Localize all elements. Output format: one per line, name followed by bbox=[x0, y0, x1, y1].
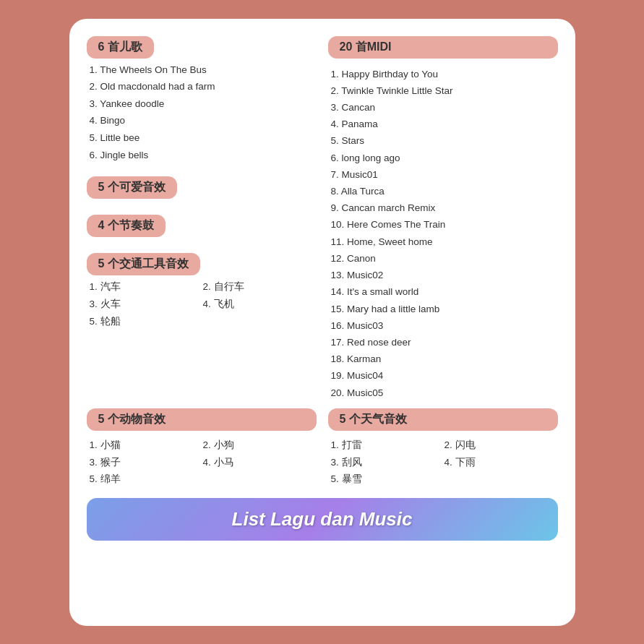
section-animal-sounds: 5 个动物音效 1. 小猫 2. 小狗 3. 猴子 4. 小马 5. 绵羊 bbox=[87, 408, 317, 488]
list-item: 3. Yankee doodle bbox=[90, 95, 317, 113]
list-item: 3. 刮风 bbox=[331, 454, 445, 471]
list-item: 20. Music05 bbox=[331, 385, 558, 401]
list-item: 6. long long ago bbox=[331, 150, 558, 166]
list-item: 5. 绵羊 bbox=[90, 471, 203, 488]
list-item: 2. 闪电 bbox=[445, 437, 558, 454]
list-item: 3. 火车 bbox=[90, 296, 203, 313]
main-card: 6 首儿歌 1. The Wheels On The Bus 2. Old ma… bbox=[69, 19, 575, 626]
section-weather-sounds: 5 个天气音效 1. 打雷 2. 闪电 3. 刮风 4. 下雨 5. 暴雪 bbox=[328, 408, 558, 488]
list-item: 16. Music03 bbox=[331, 317, 558, 334]
list-item: 4. 小马 bbox=[203, 454, 317, 471]
bottom-sections: 5 个动物音效 1. 小猫 2. 小狗 3. 猴子 4. 小马 5. 绵羊 5 … bbox=[87, 408, 558, 488]
badge-midi: 20 首MIDI bbox=[328, 36, 558, 59]
list-item: 19. Music04 bbox=[331, 367, 558, 384]
badge-weather: 5 个天气音效 bbox=[328, 408, 558, 431]
right-column: 20 首MIDI 1. Happy Birthday to You 2. Twi… bbox=[328, 36, 558, 401]
list-childrens-songs: 1. The Wheels On The Bus 2. Old macdonal… bbox=[87, 61, 317, 164]
list-item: 1. 打雷 bbox=[331, 437, 445, 454]
badge-drums: 4 个节奏鼓 bbox=[87, 215, 166, 237]
list-weather: 1. 打雷 2. 闪电 3. 刮风 4. 下雨 5. 暴雪 bbox=[328, 437, 558, 488]
section-transport-sounds: 5 个交通工具音效 1. 汽车 2. 自行车 3. 火车 4. 飞机 5. 轮船 bbox=[87, 253, 317, 330]
list-item: 5. 暴雪 bbox=[331, 471, 445, 488]
list-item: 2. Old macdonald had a farm bbox=[90, 78, 317, 95]
list-item: 14. It's a small world bbox=[331, 283, 558, 300]
list-item: 3. 猴子 bbox=[90, 454, 203, 471]
list-item: 6. Jingle bells bbox=[90, 147, 317, 164]
list-item: 4. 飞机 bbox=[203, 296, 317, 313]
list-item: 17. Red nose deer bbox=[331, 334, 558, 351]
list-item: 9. Cancan march Remix bbox=[331, 199, 558, 216]
section-drums: 4 个节奏鼓 bbox=[87, 215, 317, 240]
list-item: 8. Alla Turca bbox=[331, 183, 558, 199]
footer-banner: List Lagu dan Music bbox=[87, 498, 558, 541]
list-item: 2. Twinkle Twinkle Little Star bbox=[331, 82, 558, 99]
list-animal: 1. 小猫 2. 小狗 3. 猴子 4. 小马 5. 绵羊 bbox=[87, 437, 317, 488]
footer-text: List Lagu dan Music bbox=[232, 508, 413, 530]
list-item: 3. Cancan bbox=[331, 99, 558, 116]
section-childrens-songs: 6 首儿歌 1. The Wheels On The Bus 2. Old ma… bbox=[87, 36, 317, 164]
badge-transport: 5 个交通工具音效 bbox=[87, 253, 200, 275]
list-item: 5. Little bee bbox=[90, 129, 317, 147]
list-item: 2. 自行车 bbox=[203, 278, 317, 296]
list-item: 10. Here Comes The Train bbox=[331, 216, 558, 233]
list-item: 7. Music01 bbox=[331, 166, 558, 183]
left-column: 6 首儿歌 1. The Wheels On The Bus 2. Old ma… bbox=[87, 36, 317, 401]
list-item: 5. Stars bbox=[331, 132, 558, 149]
list-item: 2. 小狗 bbox=[203, 437, 317, 454]
list-item: 15. Mary had a little lamb bbox=[331, 301, 558, 317]
badge-childrens-songs: 6 首儿歌 bbox=[87, 36, 154, 59]
list-midi: 1. Happy Birthday to You 2. Twinkle Twin… bbox=[328, 66, 558, 401]
list-item: 11. Home, Sweet home bbox=[331, 233, 558, 250]
list-transport: 1. 汽车 2. 自行车 3. 火车 4. 飞机 5. 轮船 bbox=[87, 278, 317, 330]
list-item: 1. Happy Birthday to You bbox=[331, 66, 558, 82]
badge-cute-sounds: 5 个可爱音效 bbox=[87, 176, 177, 199]
content-grid: 6 首儿歌 1. The Wheels On The Bus 2. Old ma… bbox=[87, 36, 558, 401]
list-item: 18. Karman bbox=[331, 351, 558, 367]
section-cute-sounds: 5 个可爱音效 bbox=[87, 176, 317, 202]
list-item: 4. 下雨 bbox=[445, 454, 558, 471]
list-item: 1. The Wheels On The Bus bbox=[90, 61, 317, 79]
list-item: 1. 汽车 bbox=[90, 278, 203, 296]
list-item: 12. Canon bbox=[331, 250, 558, 267]
list-item: 4. Bingo bbox=[90, 112, 317, 129]
list-item: 1. 小猫 bbox=[90, 437, 203, 454]
list-item: 5. 轮船 bbox=[90, 313, 203, 330]
badge-animal: 5 个动物音效 bbox=[87, 408, 317, 431]
list-item: 4. Panama bbox=[331, 116, 558, 132]
list-item: 13. Music02 bbox=[331, 267, 558, 283]
